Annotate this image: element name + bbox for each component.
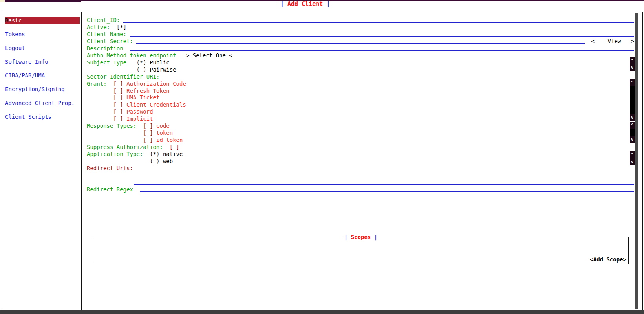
app-native-radio[interactable]: (*) (150, 151, 159, 158)
sector-uri-row: Sector Identifier URI: (87, 73, 634, 81)
grant-implicit-label[interactable]: Implicit (126, 116, 153, 123)
grant-implicit-checkbox[interactable]: [ ] (113, 116, 123, 123)
grant-authorization-code-checkbox[interactable]: [ ] (113, 81, 123, 88)
grant-password-checkbox[interactable]: [ ] (113, 108, 123, 116)
description-row: Description: (87, 45, 634, 52)
spacer (123, 88, 126, 95)
response-id-token-row: [ ] id_token (87, 137, 634, 144)
grant-authorization-code-label[interactable]: Authorization Code (126, 81, 186, 88)
client-id-input[interactable] (123, 17, 634, 23)
response-token-checkbox[interactable]: [ ] (143, 130, 153, 137)
bottom-status-bar (0, 310, 644, 314)
description-label: Description: (87, 45, 130, 52)
spacer (123, 108, 126, 116)
spacer (87, 158, 150, 165)
grant-password-row: [ ] Password (87, 108, 634, 116)
grant-uma-ticket-checkbox[interactable]: [ ] (113, 94, 123, 101)
spacer (87, 108, 113, 116)
spacer (153, 130, 156, 137)
subject-public-radio[interactable]: (*) (136, 59, 146, 66)
suppress-authorization-checkbox[interactable]: [ ] (170, 144, 179, 151)
authn-method-row: Authn Method token endpoint: > Select On… (87, 52, 634, 59)
active-checkbox[interactable]: [*] (117, 24, 126, 31)
spacer (123, 94, 126, 101)
add-client-dialog: | Add Client | BasicTokensLogoutSoftware… (0, 0, 644, 314)
scopes-title-text: Scopes (348, 234, 374, 240)
apptype-scroll-up-arrow-up-icon[interactable]: ^ (630, 151, 635, 158)
client-name-row: Client Name: (87, 31, 634, 38)
authn-method-label: Authn Method token endpoint: (87, 52, 186, 59)
add-scope-button[interactable]: <Add Scope> (590, 256, 626, 263)
sidebar-item-ciba-par-uma[interactable]: CIBA/PAR/UMA (5, 72, 80, 79)
redirect-regex-input[interactable] (140, 186, 634, 192)
description-input[interactable] (130, 45, 634, 51)
spacer (87, 66, 136, 73)
spacer (87, 130, 143, 137)
grant-refresh-token-label[interactable]: Refresh Token (126, 88, 170, 95)
main-scrollbar[interactable] (635, 13, 638, 309)
top-border-artifact-left (5, 1, 81, 2)
client-secret-input[interactable] (136, 38, 584, 44)
grant-client-credentials-label[interactable]: Client Credentials (126, 101, 186, 108)
redirect-regex-row: Redirect Regex: (87, 186, 634, 193)
response-id-token-label[interactable]: id_token (156, 137, 183, 144)
redirect-regex-label: Redirect Regex: (87, 186, 140, 193)
view-secret-button[interactable]: < View > (591, 38, 634, 45)
redirect-uris-textarea[interactable] (134, 171, 634, 185)
grant-scroll-up-arrow-up-icon[interactable]: ^ (630, 79, 635, 86)
title-pipe-left: | (280, 0, 284, 7)
sidebar-item-logout[interactable]: Logout (5, 44, 80, 52)
app-web-radio[interactable]: ( ) (150, 158, 159, 165)
response-code-checkbox[interactable]: [ ] (143, 123, 153, 130)
response-scroll-down-arrow-down-icon[interactable]: v (630, 136, 635, 143)
sidebar-item-encryption-signing[interactable]: Encryption/Signing (5, 86, 80, 93)
active-label: Active: (87, 24, 117, 31)
authn-method-select[interactable]: > Select One < (186, 52, 232, 59)
redirect-uris-label: Redirect Uris: (87, 165, 133, 172)
client-id-label: Client_ID: (87, 17, 123, 24)
grant-label: Grant: (87, 81, 113, 88)
response-code-row: Response Types: [ ] code (87, 123, 634, 130)
sidebar-item-client-scripts[interactable]: Client Scripts (5, 113, 80, 121)
subject-pairwise-option-label: Pairwise (146, 66, 176, 73)
spacer (87, 88, 113, 95)
sidebar-separator (81, 12, 82, 310)
grant-client-credentials-checkbox[interactable]: [ ] (113, 101, 123, 108)
grant-uma-ticket-label[interactable]: UMA Ticket (126, 94, 159, 101)
dialog-title-text: Add Client (284, 0, 326, 7)
subject-type-public-row: Subject Type: (*) Public (87, 59, 634, 66)
grant-scroll-down-arrow-down-icon[interactable]: v (630, 114, 635, 121)
sidebar-item-basic[interactable]: Basic (5, 17, 80, 24)
subject-scroll-down-arrow-down-icon[interactable]: v (630, 64, 635, 71)
grant-scroll-track (630, 86, 635, 114)
client-secret-label: Client Secret: (87, 38, 136, 45)
spacer (87, 101, 113, 108)
sector-uri-input[interactable] (163, 73, 634, 79)
sidebar-item-advanced-client-prop[interactable]: Advanced Client Prop. (5, 99, 80, 107)
grant-refresh-token-row: [ ] Refresh Token (87, 88, 634, 95)
spacer (585, 38, 591, 45)
spacer (123, 101, 126, 108)
client-name-input[interactable] (130, 31, 634, 37)
subject-scroll-up-arrow-up-icon[interactable]: ^ (630, 57, 635, 64)
response-id-token-checkbox[interactable]: [ ] (143, 137, 153, 144)
grant-client-credentials-row: [ ] Client Credentials (87, 101, 634, 108)
scopes-pipe-right: | (374, 234, 377, 240)
response-scroll-up-arrow-up-icon[interactable]: ^ (630, 122, 635, 129)
spacer (87, 116, 113, 123)
sidebar-item-software-info[interactable]: Software Info (5, 58, 80, 66)
response-token-label[interactable]: token (156, 130, 173, 137)
scopes-frame: | Scopes | <Add Scope> (93, 237, 629, 264)
apptype-scroll-down-arrow-down-icon[interactable]: v (630, 158, 635, 165)
sidebar-item-tokens[interactable]: Tokens (5, 31, 80, 38)
subject-public-option-label: Public (146, 59, 170, 66)
subject-pairwise-radio[interactable]: ( ) (136, 66, 146, 73)
application-type-web-row: ( ) web (87, 158, 634, 165)
client-name-label: Client Name: (87, 31, 130, 38)
grant-refresh-token-checkbox[interactable]: [ ] (113, 88, 123, 95)
response-code-label[interactable]: code (156, 123, 170, 130)
grant-uma-ticket-row: [ ] UMA Ticket (87, 94, 634, 101)
client-secret-row: Client Secret: < View > (87, 38, 634, 45)
client-id-row: Client_ID: (87, 17, 634, 24)
grant-password-label[interactable]: Password (126, 108, 153, 116)
